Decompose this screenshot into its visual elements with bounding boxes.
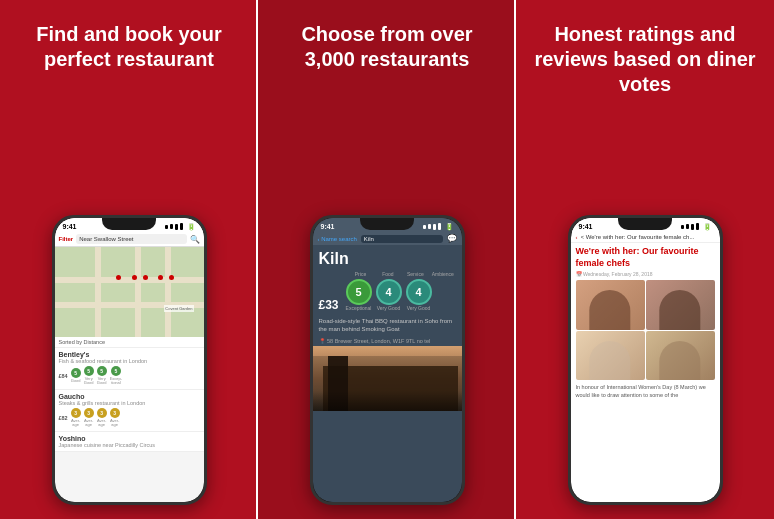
restaurant-name-1: Bentley's: [59, 351, 200, 358]
panel-2-title: Choose from over 3,000 restaurants: [276, 22, 498, 72]
photo-cell-2: [646, 280, 715, 330]
map-pins: [115, 267, 176, 285]
panel-2: Choose from over 3,000 restaurants 9:41 …: [258, 0, 516, 519]
score-circle-2a: 3: [71, 408, 81, 418]
restaurant-item-1[interactable]: Bentley's Fish & seafood restaurant in L…: [55, 348, 204, 390]
score-label-1b: VeryGood: [84, 377, 94, 386]
photo-person-2: [646, 280, 715, 330]
battery-icon: 🔋: [187, 223, 196, 231]
map-road-v2: [135, 247, 141, 337]
score-lg-label-2: Very Good: [375, 306, 403, 312]
restaurant-price-2: £82: [59, 415, 68, 421]
phone-2-notch: [360, 218, 414, 230]
photo-overlay: [313, 391, 462, 411]
metric-headers: Price Food Service Ambience: [313, 271, 462, 277]
nav-back-3[interactable]: ‹: [576, 234, 578, 240]
score-label-1c: VeryGood: [97, 377, 107, 386]
person-sil-1: [589, 290, 630, 330]
panel-3-title: Honest ratings and reviews based on dine…: [534, 22, 756, 97]
article-teaser: In honour of International Women's Day (…: [571, 380, 720, 403]
score-lg-2: 4: [376, 279, 402, 305]
photo-person-1: [576, 280, 645, 330]
phone-1: 9:41 🔋 Filter Near Swallow Street 🔍: [52, 215, 207, 505]
battery-icon-2: 🔋: [445, 223, 454, 231]
map-pin-5: [169, 275, 174, 280]
phone-2-nav[interactable]: ‹ Name search Kiln 💬: [313, 232, 462, 245]
score-circle-1d: 5: [111, 366, 121, 376]
score-label-2a: Aver-age: [71, 419, 80, 428]
score-lg-1: 5: [346, 279, 372, 305]
nav-back-2[interactable]: ‹ Name search: [318, 236, 357, 242]
restaurant-item-3[interactable]: Yoshino Japanese cuisine near Piccadilly…: [55, 432, 204, 452]
map-pin-1: [116, 275, 121, 280]
article-date: 📅 Wednesday, February 28, 2018: [571, 271, 720, 280]
restaurant-name-2: Gaucho: [59, 393, 200, 400]
score-group-1c: 5 VeryGood: [97, 366, 107, 386]
panel-1: Find and book your perfect restaurant 9:…: [0, 0, 258, 519]
restaurant-price-1: £84: [59, 373, 68, 379]
score-label-2d: Aver-age: [110, 419, 119, 428]
restaurant-row-1: £84 5 Good 5 VeryGood 5 VeryGood 5: [59, 366, 200, 386]
score-label-2c: Aver-age: [97, 419, 106, 428]
metric-header-service: Service: [403, 271, 428, 277]
nav-search-2[interactable]: Kiln: [361, 235, 443, 243]
score-label-2b: Aver-age: [84, 419, 93, 428]
phone-1-notch: [102, 218, 156, 230]
signal-3: [175, 224, 178, 230]
photo-person-4: [646, 331, 715, 381]
map-area-label: Covent Garden: [164, 305, 193, 312]
phone-3-nav[interactable]: ‹ < We're with her: Our favourite female…: [571, 232, 720, 243]
sort-label: Sorted by Distance: [55, 337, 204, 348]
map-pin-3: [143, 275, 148, 280]
score-circle-1c: 5: [97, 366, 107, 376]
photo-grid: [571, 280, 720, 380]
score-lg-group-3: 4 Very Good: [405, 279, 433, 312]
search-field[interactable]: Near Swallow Street: [76, 234, 186, 244]
status-icons-2: 🔋: [423, 223, 454, 231]
score-circle-2b: 3: [84, 408, 94, 418]
panel-1-title: Find and book your perfect restaurant: [18, 22, 240, 72]
signal-3-1: [681, 225, 684, 229]
status-icons-3: 🔋: [681, 223, 712, 231]
score-lg-group-1: 5 Exceptional: [345, 279, 373, 312]
photo-cell-1: [576, 280, 645, 330]
score-group-2a: 3 Aver-age: [71, 408, 81, 428]
metric-header-price: Price: [348, 271, 373, 277]
restaurant-photo: [313, 346, 462, 411]
metric-header-ambience: Ambience: [430, 271, 455, 277]
restaurant-detail-name: Kiln: [313, 245, 462, 271]
score-lg-label-3: Very Good: [405, 306, 433, 312]
metric-header-food: Food: [375, 271, 400, 277]
phone-3-screen: 9:41 🔋 ‹ < We're with her: Our favourite…: [571, 218, 720, 502]
map-pin-4: [158, 275, 163, 280]
scores-row: £33 5 Exceptional 4 Very Good 4 Very Goo…: [313, 277, 462, 314]
signal-2: [170, 224, 173, 229]
filter-button[interactable]: Filter: [59, 236, 74, 242]
score-lg-group-2: 4 Very Good: [375, 279, 403, 312]
score-lg-label-1: Exceptional: [345, 306, 373, 312]
map-pin-2: [132, 275, 137, 280]
score-circle-1a: 5: [71, 368, 81, 378]
panel-3: Honest ratings and reviews based on dine…: [516, 0, 774, 519]
chat-icon[interactable]: 💬: [447, 234, 457, 243]
phone-1-screen: 9:41 🔋 Filter Near Swallow Street 🔍: [55, 218, 204, 502]
phone-2: 9:41 🔋 ‹ Name search Kiln 💬 Kiln: [310, 215, 465, 505]
signal-2-1: [423, 225, 426, 229]
score-circle-1b: 5: [84, 366, 94, 376]
score-circle-2c: 3: [97, 408, 107, 418]
signal-2-4: [438, 223, 441, 230]
restaurant-name-3: Yoshino: [59, 435, 200, 442]
phone-3: 9:41 🔋 ‹ < We're with her: Our favourite…: [568, 215, 723, 505]
photo-cell-4: [646, 331, 715, 381]
signal-4: [180, 223, 183, 230]
phone-1-search-bar[interactable]: Filter Near Swallow Street 🔍: [55, 232, 204, 247]
score-group-1b: 5 VeryGood: [84, 366, 94, 386]
article-title: We're with her: Our favourite female che…: [571, 243, 720, 271]
signal-2-2: [428, 224, 431, 229]
phone-3-notch: [618, 218, 672, 230]
search-icon[interactable]: 🔍: [190, 235, 200, 244]
restaurant-type-2: Steaks & grills restaurant in London: [59, 400, 200, 406]
restaurant-item-2[interactable]: Gaucho Steaks & grills restaurant in Lon…: [55, 390, 204, 432]
score-lg-3: 4: [406, 279, 432, 305]
score-group-1d: 5 Excep-tional: [110, 366, 122, 386]
